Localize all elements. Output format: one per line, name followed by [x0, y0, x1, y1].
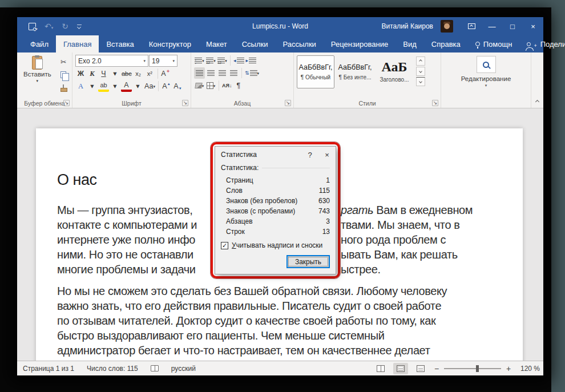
undo-button[interactable]: ↶▾ — [45, 22, 53, 30]
italic-button[interactable]: К — [87, 68, 98, 79]
subscript-button[interactable]: x₂ — [133, 68, 144, 79]
justify-icon — [230, 70, 237, 76]
tab-insert[interactable]: Вставка — [99, 35, 141, 52]
numbering-button[interactable]: ▾ — [205, 55, 216, 66]
superscript-button[interactable]: x² — [144, 68, 155, 79]
font-name-combo[interactable]: Exo 2.0▾ — [75, 55, 148, 67]
clear-formatting-button[interactable]: А✦ — [160, 68, 171, 79]
styles-scroll-down-button[interactable] — [416, 67, 425, 76]
stat-row-words: Слов115 — [221, 185, 330, 196]
zoom-out-button[interactable]: − — [433, 364, 440, 373]
tab-file[interactable]: Файл — [23, 35, 56, 52]
dialog-launcher-icon[interactable]: ↘ — [63, 100, 70, 106]
bullets-button[interactable]: ▾ — [194, 55, 205, 66]
word-count-indicator[interactable]: Число слов: 115 — [87, 365, 138, 373]
borders-button[interactable]: ▾ — [205, 80, 216, 91]
highlight-menu[interactable]: ▾ — [110, 80, 120, 92]
decrease-indent-button[interactable]: ◂ — [233, 55, 245, 66]
close-button[interactable]: × — [523, 17, 543, 35]
shrink-font-button[interactable]: А▼ — [172, 80, 183, 92]
font-color-button[interactable]: А — [121, 80, 132, 92]
text-effects-menu[interactable]: ▾ — [87, 80, 98, 92]
ribbon-display-icon — [468, 23, 475, 29]
page-indicator[interactable]: Страница 1 из 1 — [23, 365, 74, 373]
sort-button[interactable]: АЯ↓ — [221, 80, 232, 91]
cut-button[interactable]: ✂ — [58, 56, 69, 67]
tab-view[interactable]: Вид — [396, 35, 424, 52]
style-no-spacing[interactable]: АаБбВвГг, ¶ Без инте... — [336, 55, 374, 88]
justify-button[interactable] — [228, 67, 239, 79]
dialog-launcher-icon[interactable]: ↘ — [285, 100, 291, 106]
tab-layout[interactable]: Макет — [199, 35, 235, 52]
zoom-in-button[interactable]: + — [505, 364, 512, 373]
include-textboxes-checkbox[interactable]: ✓ Учитывать надписи и сноски — [221, 241, 330, 249]
help-button[interactable]: ? — [301, 147, 318, 163]
clipboard-icon — [32, 56, 42, 70]
bold-button[interactable]: Ж — [75, 68, 86, 79]
align-left-button[interactable] — [194, 67, 205, 79]
collapse-ribbon-button[interactable] — [536, 95, 539, 106]
editing-button[interactable] — [477, 56, 496, 73]
styles-more-button[interactable] — [416, 77, 425, 86]
copy-button[interactable] — [58, 69, 69, 80]
web-layout-button[interactable] — [413, 363, 428, 374]
tab-mailings[interactable]: Рассылки — [275, 35, 323, 52]
print-layout-button[interactable] — [393, 363, 408, 374]
styles-scroll-up-button[interactable] — [416, 56, 425, 66]
strikethrough-button[interactable]: abc — [121, 68, 132, 79]
stat-row-paragraphs: Абзацев3 — [221, 216, 330, 227]
minimize-button[interactable]: — — [482, 17, 502, 35]
dialog-close-icon[interactable]: × — [318, 147, 336, 163]
tab-share[interactable]: +Поделиться — [519, 35, 565, 52]
underline-button[interactable]: Ч — [98, 68, 109, 79]
highlight-color-button[interactable]: ab — [98, 80, 109, 92]
line-text: контакте с компьютерами и — [57, 219, 197, 231]
style-heading1[interactable]: АаБ Заголово... — [376, 55, 413, 88]
dialog-launcher-icon[interactable]: ↘ — [432, 100, 438, 106]
zoom-slider-thumb[interactable] — [476, 365, 479, 372]
account-name[interactable]: Виталий Каиров — [381, 22, 433, 30]
paste-label: Вставить — [23, 71, 51, 78]
language-indicator[interactable]: русский — [171, 365, 196, 373]
shading-button[interactable]: ▾ — [194, 80, 205, 91]
font-color-menu[interactable]: ▾ — [132, 80, 143, 92]
show-paragraph-marks-button[interactable]: ¶ — [233, 80, 244, 91]
line-text: Мы — группа энтузиастов, — [57, 204, 192, 216]
save-icon[interactable] — [29, 23, 36, 30]
grow-font-button[interactable]: А▲ — [161, 80, 172, 92]
align-center-button[interactable] — [205, 67, 216, 79]
group-label: Стили — [294, 100, 441, 107]
zoom-slider[interactable] — [444, 368, 501, 369]
underline-menu-button[interactable]: ▾ — [110, 68, 120, 79]
tab-help[interactable]: Справка — [424, 35, 468, 52]
tab-home[interactable]: Главная — [56, 35, 99, 52]
text-effects-button[interactable]: А — [75, 80, 86, 92]
line-text: ного рода проблем с — [341, 232, 446, 247]
line-spacing-button[interactable]: ⇅▾ — [244, 67, 260, 79]
tab-assistant[interactable]: Помощн — [468, 35, 520, 52]
maximize-button[interactable]: □ — [502, 17, 523, 35]
tab-references[interactable]: Ссылки — [235, 35, 276, 52]
ribbon-display-options-button[interactable] — [461, 17, 482, 35]
font-size-combo[interactable]: 19▾ — [149, 55, 177, 67]
avatar[interactable] — [441, 20, 453, 33]
increase-indent-button[interactable]: ▸ — [245, 55, 257, 66]
format-painter-button[interactable] — [58, 82, 69, 94]
tab-design[interactable]: Конструктор — [142, 35, 199, 52]
paste-button[interactable]: Вставить ▾ — [20, 55, 55, 98]
tab-review[interactable]: Рецензирование — [324, 35, 396, 52]
tab-label: Вид — [403, 40, 417, 49]
redo-button[interactable]: ↻ — [62, 22, 68, 30]
change-case-button[interactable]: Аа▾ — [144, 80, 156, 92]
align-right-button[interactable] — [217, 67, 228, 79]
multilevel-list-button[interactable]: ▾ — [217, 55, 228, 66]
read-mode-button[interactable] — [373, 363, 388, 374]
close-dialog-button[interactable]: Закрыть — [286, 255, 330, 268]
zoom-level[interactable]: 120 % — [516, 365, 540, 373]
customize-qat-button[interactable] — [77, 25, 82, 29]
proofing-status-icon[interactable] — [151, 365, 159, 371]
dialog-launcher-icon[interactable]: ↘ — [182, 100, 188, 106]
paragraph-group: ▾ ▾ ▾ ◂ ▸ ⇅▾ ▾ ▾ АЯ↓ ¶ А — [191, 52, 294, 108]
document-line: Но мы не сможем это сделать без Вашей об… — [57, 284, 489, 298]
style-normal[interactable]: АаБбВвГг, ¶ Обычный — [297, 55, 334, 88]
